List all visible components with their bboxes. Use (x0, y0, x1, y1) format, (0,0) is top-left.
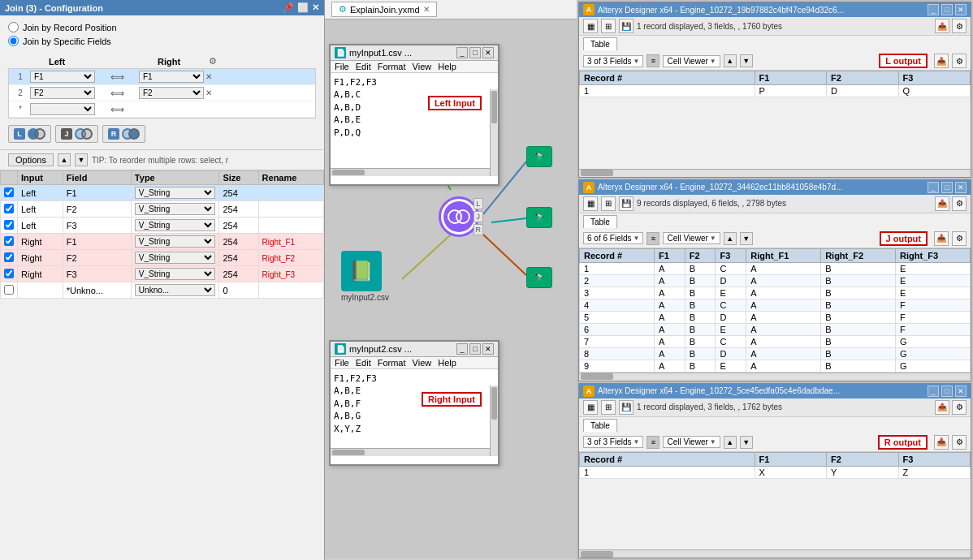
canvas-tab[interactable]: ⚙ ExplainJoin.yxmd ✕ (331, 2, 437, 17)
input2-node[interactable]: 📗 (341, 251, 382, 291)
input1-menu-view[interactable]: View (413, 62, 432, 71)
delete-row-1[interactable]: ✕ (205, 72, 222, 81)
hscroll-J[interactable] (579, 373, 971, 381)
cols-icon-L[interactable]: ⊞ (601, 19, 616, 33)
nav-up-L[interactable]: ▲ (724, 54, 737, 67)
options-button[interactable]: Options (8, 153, 54, 166)
result-close-J[interactable]: ✕ (955, 182, 967, 193)
right-field-select-2[interactable]: F2 (139, 87, 204, 99)
export-icon-J[interactable]: 📤 (935, 196, 949, 211)
result-minimize-R[interactable]: _ (928, 386, 939, 397)
grid-icon-J[interactable]: ▦ (583, 196, 598, 211)
input1-menu-edit[interactable]: Edit (356, 62, 371, 71)
check-4[interactable] (4, 252, 14, 262)
settings-icon-J[interactable]: ⚙ (952, 196, 967, 211)
input1-minimize[interactable]: _ (456, 47, 468, 58)
result-btn-r[interactable]: 🔭 (526, 267, 552, 288)
check-5[interactable] (4, 269, 14, 278)
tab-table-L[interactable]: Table (583, 37, 617, 50)
check-3[interactable] (4, 236, 14, 246)
cell-viewer-dropdown-R[interactable]: Cell Viewer ▼ (663, 436, 720, 448)
input1-maximize[interactable]: □ (469, 47, 481, 58)
input2-maximize[interactable]: □ (469, 343, 481, 355)
grid-icon-R[interactable]: ▦ (583, 400, 598, 415)
check-0[interactable] (4, 187, 14, 197)
cols-icon-J[interactable]: ⊞ (601, 196, 616, 211)
input2-close[interactable]: ✕ (482, 343, 494, 355)
nav-up-J[interactable]: ▲ (724, 232, 737, 245)
pin-icon[interactable]: 📌 (283, 2, 294, 13)
right-join-btn[interactable]: R (102, 125, 145, 143)
canvas-tab-close[interactable]: ✕ (423, 5, 430, 14)
cell-viewer-dropdown-L[interactable]: Cell Viewer ▼ (663, 55, 720, 67)
input1-menu-format[interactable]: Format (378, 62, 406, 71)
check-1[interactable] (4, 204, 14, 213)
save-icon-L[interactable]: 💾 (619, 19, 634, 33)
grid-icon-L[interactable]: ▦ (583, 19, 598, 33)
result-btn-j[interactable]: 🔭 (526, 207, 552, 228)
input1-scrollbar-h[interactable] (331, 168, 490, 176)
settings2-icon-R[interactable]: ⚙ (952, 435, 967, 450)
export2-icon-R[interactable]: 📥 (934, 435, 949, 450)
nav-down-R[interactable]: ▼ (740, 436, 753, 449)
canvas-area[interactable]: 📗 myInput1.csv 📗 myInput2.csv L J (325, 19, 577, 558)
filter-icon-R[interactable]: ≡ (647, 436, 659, 449)
left-join-btn[interactable]: L (8, 125, 51, 143)
nav-down-L[interactable]: ▼ (740, 54, 753, 67)
fields-dropdown-L[interactable]: 3 of 3 Fields ▼ (583, 55, 643, 67)
save-icon-J[interactable]: 💾 (619, 196, 634, 211)
type-select-6[interactable]: Unkno... (135, 284, 216, 296)
filter-icon-J[interactable]: ≡ (647, 232, 659, 245)
right-field-select-1[interactable]: F1 (139, 71, 204, 83)
settings-icon-L[interactable]: ⚙ (952, 19, 967, 33)
filter-icon-L[interactable]: ≡ (647, 54, 659, 67)
export-icon-L[interactable]: 📤 (935, 19, 949, 33)
nav-down-J[interactable]: ▼ (740, 232, 753, 245)
inner-join-btn[interactable]: J (55, 125, 98, 143)
type-select-3[interactable]: V_String (135, 235, 216, 248)
input2-menu-view[interactable]: View (413, 358, 432, 368)
type-select-1[interactable]: V_String (135, 203, 216, 215)
settings-icon-R[interactable]: ⚙ (952, 400, 967, 415)
settings2-icon-L[interactable]: ⚙ (952, 54, 967, 68)
sort-down-btn[interactable]: ▼ (75, 153, 88, 166)
result-minimize-L[interactable]: _ (928, 4, 939, 15)
input1-menu-help[interactable]: Help (438, 62, 456, 71)
input2-menu-format[interactable]: Format (378, 358, 406, 368)
fields-dropdown-J[interactable]: 6 of 6 Fields ▼ (583, 232, 643, 244)
result-close-R[interactable]: ✕ (955, 386, 967, 397)
cell-viewer-dropdown-J[interactable]: Cell Viewer ▼ (663, 232, 720, 244)
type-select-5[interactable]: V_String (135, 268, 216, 280)
result-minimize-J[interactable]: _ (928, 182, 939, 193)
input1-menu-file[interactable]: File (335, 62, 349, 71)
type-select-4[interactable]: V_String (135, 252, 216, 264)
input1-scrollbar-v[interactable] (490, 89, 498, 176)
tab-table-J[interactable]: Table (583, 215, 617, 228)
export2-icon-J[interactable]: 📥 (934, 231, 949, 246)
result-maximize-R[interactable]: □ (941, 386, 953, 397)
export2-icon-L[interactable]: 📥 (934, 54, 949, 68)
result-btn-l[interactable]: 🔭 (526, 146, 552, 167)
join-by-fields-radio[interactable] (8, 36, 19, 46)
join-by-record-radio[interactable] (8, 22, 19, 32)
left-field-select-2[interactable]: F2 (30, 87, 95, 99)
left-field-select-new[interactable] (30, 103, 95, 115)
cols-icon-R[interactable]: ⊞ (601, 400, 616, 415)
input2-scrollbar-h[interactable] (331, 448, 490, 456)
export-icon-R[interactable]: 📤 (935, 400, 949, 415)
delete-row-2[interactable]: ✕ (205, 88, 222, 97)
float-icon[interactable]: ⬜ (297, 2, 309, 13)
fields-dropdown-R[interactable]: 3 of 3 Fields ▼ (583, 436, 643, 448)
input2-menu-edit[interactable]: Edit (356, 358, 371, 368)
nav-up-R[interactable]: ▲ (724, 436, 737, 449)
close-icon[interactable]: ✕ (312, 2, 319, 13)
sort-up-btn[interactable]: ▲ (58, 153, 71, 166)
result-maximize-J[interactable]: □ (941, 182, 953, 193)
check-6[interactable] (4, 285, 14, 295)
type-select-2[interactable]: V_String (135, 219, 216, 231)
tab-table-R[interactable]: Table (583, 419, 617, 432)
input2-scrollbar-v[interactable] (490, 386, 498, 456)
type-select-0[interactable]: V_String (135, 187, 216, 199)
settings2-icon-J[interactable]: ⚙ (952, 231, 967, 246)
hscroll-L[interactable] (579, 169, 971, 177)
